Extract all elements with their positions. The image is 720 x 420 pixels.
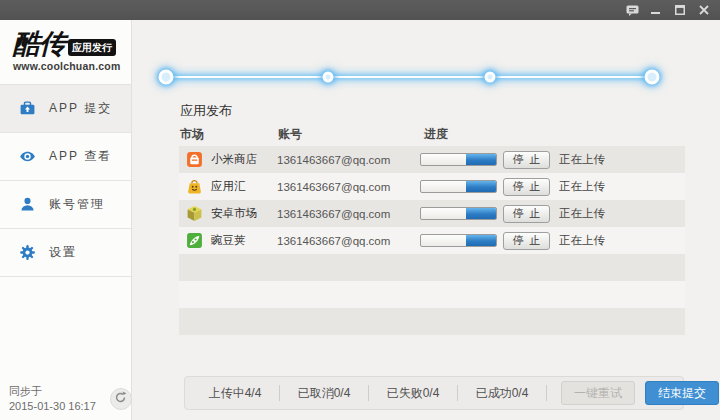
maximize-button[interactable] <box>672 3 688 17</box>
account-email: 1361463667@qq.com <box>277 154 420 166</box>
progress-fill <box>466 154 496 165</box>
column-header-account: 账号 <box>278 126 302 143</box>
page-title: 应用发布 <box>180 102 232 120</box>
progress-fill <box>466 208 496 219</box>
minimize-icon <box>651 5 661 15</box>
feedback-button[interactable] <box>624 3 640 17</box>
footer-stat: 上传中4/4 <box>191 385 279 402</box>
finish-submit-button[interactable]: 结束提交 <box>645 381 719 405</box>
progress-bar <box>420 153 497 166</box>
account-email: 1361463667@qq.com <box>277 208 420 220</box>
progress-bar <box>420 180 497 193</box>
stop-button[interactable]: 停止 <box>503 205 550 223</box>
column-header-market: 市场 <box>180 126 204 143</box>
progress-fill <box>466 235 496 246</box>
maximize-icon <box>675 5 685 15</box>
market-name: 安卓市场 <box>211 206 277 221</box>
brand-url: www.coolchuan.com <box>13 60 131 72</box>
android-market-icon <box>186 205 203 222</box>
table-body: 小米商店 1361463667@qq.com 停止 正在上传 应用汇 13614… <box>179 146 685 335</box>
stat-divider <box>546 385 547 401</box>
close-icon <box>699 5 709 15</box>
table-row: 安卓市场 1361463667@qq.com 停止 正在上传 <box>179 200 685 227</box>
account-email: 1361463667@qq.com <box>277 235 420 247</box>
sidebar-item-settings[interactable]: 设置 <box>0 229 131 277</box>
appchina-icon <box>186 178 203 195</box>
market-name: 应用汇 <box>211 179 277 194</box>
footer-stat: 已取消0/4 <box>280 385 368 402</box>
gear-icon <box>19 244 36 261</box>
empty-table-stripe <box>179 281 685 308</box>
upload-status: 正在上传 <box>559 206 605 221</box>
table-header: 市场 账号 进度 <box>132 126 720 146</box>
sidebar-item-account-manage[interactable]: 账号管理 <box>0 181 131 229</box>
sync-label: 同步于 <box>9 384 96 399</box>
upload-status: 正在上传 <box>559 179 605 194</box>
sidebar-item-label: APP 查看 <box>49 148 112 165</box>
footer-stat: 已失败0/4 <box>369 385 457 402</box>
sidebar-item-app-view[interactable]: APP 查看 <box>0 133 131 181</box>
refresh-button[interactable] <box>110 388 132 410</box>
stop-button[interactable]: 停止 <box>503 151 550 169</box>
stepper-line <box>166 76 652 78</box>
stepper-node <box>645 70 660 85</box>
footer-stat: 已成功0/4 <box>458 385 546 402</box>
stop-button[interactable]: 停止 <box>503 232 550 250</box>
eye-icon <box>19 148 36 165</box>
market-name: 小米商店 <box>211 152 277 167</box>
column-header-progress: 进度 <box>424 126 448 143</box>
refresh-icon <box>114 390 127 408</box>
brand-name: 酷传 <box>13 30 65 58</box>
app-logo: 酷传 应用发行 www.coolchuan.com <box>0 20 131 84</box>
empty-table-stripe <box>179 254 685 281</box>
progress-bar <box>420 207 497 220</box>
wandoujia-icon <box>186 232 203 249</box>
empty-table-stripe <box>179 308 685 335</box>
stepper-node <box>484 72 495 83</box>
sidebar-item-label: APP 提交 <box>49 100 112 117</box>
sidebar-item-app-submit[interactable]: APP 提交 <box>0 85 131 133</box>
briefcase-upload-icon <box>19 100 36 117</box>
sidebar-item-label: 账号管理 <box>49 196 105 213</box>
stop-button[interactable]: 停止 <box>503 178 550 196</box>
brand-badge: 应用发行 <box>68 39 116 56</box>
table-row: 豌豆荚 1361463667@qq.com 停止 正在上传 <box>179 227 685 254</box>
footer-bar: 上传中4/4 已取消0/4 已失败0/4 已成功0/4 一键重试 结束提交 <box>184 376 684 410</box>
upload-status: 正在上传 <box>559 152 605 167</box>
retry-all-button[interactable]: 一键重试 <box>561 381 635 405</box>
main-panel: 应用发布 市场 账号 进度 小米商店 1361463667@qq.com 停止 … <box>132 20 720 420</box>
xiaomi-store-icon <box>186 151 203 168</box>
speech-bubble-icon <box>626 5 639 16</box>
upload-stepper <box>166 70 652 84</box>
market-name: 豌豆荚 <box>211 233 277 248</box>
sidebar: 酷传 应用发行 www.coolchuan.com APP 提交 APP 查看 … <box>0 20 132 420</box>
title-bar <box>0 0 720 20</box>
table-row: 小米商店 1361463667@qq.com 停止 正在上传 <box>179 146 685 173</box>
close-button[interactable] <box>696 3 712 17</box>
sync-status: 同步于 2015-01-30 16:17 <box>9 384 96 414</box>
progress-fill <box>466 181 496 192</box>
table-row: 应用汇 1361463667@qq.com 停止 正在上传 <box>179 173 685 200</box>
sidebar-menu: APP 提交 APP 查看 账号管理 设置 <box>0 84 131 277</box>
progress-bar <box>420 234 497 247</box>
stepper-node <box>322 72 333 83</box>
minimize-button[interactable] <box>648 3 664 17</box>
sidebar-item-label: 设置 <box>49 244 77 261</box>
user-icon <box>19 196 36 213</box>
upload-status: 正在上传 <box>559 233 605 248</box>
stepper-node <box>159 70 174 85</box>
account-email: 1361463667@qq.com <box>277 181 420 193</box>
sync-timestamp: 2015-01-30 16:17 <box>9 399 96 414</box>
